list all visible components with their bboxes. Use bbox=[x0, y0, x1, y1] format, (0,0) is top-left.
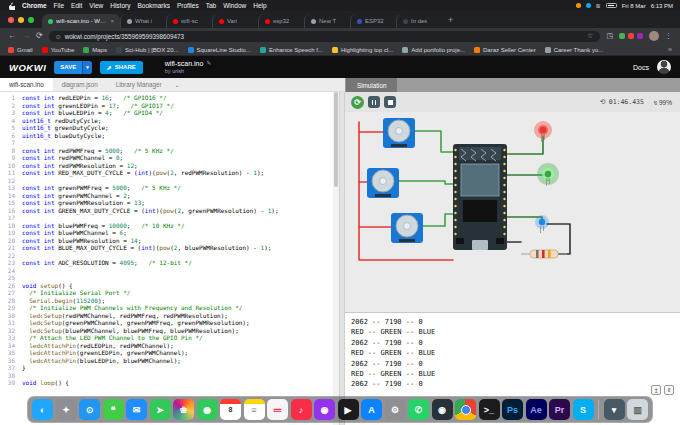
dock-item-terminal[interactable]: >_ bbox=[479, 399, 500, 420]
back-icon[interactable]: ← bbox=[8, 32, 16, 40]
bookmark-item[interactable]: Career Thank yo... bbox=[545, 47, 604, 53]
browser-tab[interactable]: ESP32 bbox=[350, 14, 396, 28]
browser-tab[interactable]: In des bbox=[396, 14, 442, 28]
dock-item-appstore[interactable]: A bbox=[361, 399, 382, 420]
tab-simulation[interactable]: Simulation bbox=[346, 78, 397, 92]
menu-item-profiles[interactable]: Profiles bbox=[177, 2, 199, 9]
user-avatar[interactable] bbox=[657, 60, 671, 74]
reload-icon[interactable]: ⟳ bbox=[36, 32, 43, 40]
dock-item-mail[interactable]: ✉ bbox=[126, 399, 147, 420]
window-close-button[interactable] bbox=[8, 17, 14, 23]
menu-item-view[interactable]: View bbox=[89, 2, 103, 9]
dock-item-skype[interactable]: S bbox=[573, 399, 594, 420]
potentiometer-2[interactable] bbox=[367, 168, 399, 198]
menubar-app-icon-2[interactable] bbox=[586, 3, 591, 8]
led-green[interactable] bbox=[537, 163, 559, 186]
tab-close-icon[interactable]: × bbox=[110, 18, 114, 24]
dock-item-downloads[interactable]: ▾ bbox=[604, 399, 625, 420]
potentiometer-3[interactable] bbox=[391, 213, 423, 243]
site-info-icon[interactable]: ⊙ bbox=[56, 33, 61, 40]
browser-tab[interactable]: wifi-scan.ino - Wok..× bbox=[42, 14, 120, 28]
apple-logo-icon[interactable] bbox=[7, 2, 15, 10]
dock-item-whatsapp[interactable]: ✆ bbox=[408, 399, 429, 420]
bookmark-item[interactable]: Sci-Hub | [BDX 20... bbox=[116, 47, 179, 53]
new-tab-button[interactable]: + bbox=[442, 15, 459, 25]
file-tab-library-manager[interactable]: Library Manager bbox=[107, 78, 171, 91]
code-editor[interactable]: 1const int redLEDPin = 16; /* GPIO16 */2… bbox=[0, 92, 333, 425]
dock-item-aftereffects[interactable]: Ae bbox=[526, 399, 547, 420]
dock-item-notes[interactable]: ≡ bbox=[244, 399, 265, 420]
menu-item-window[interactable]: Window bbox=[223, 2, 246, 9]
browser-tab[interactable]: What i bbox=[120, 14, 166, 28]
extension-icon[interactable] bbox=[637, 33, 643, 39]
dock-item-tv[interactable]: ▶ bbox=[338, 399, 359, 420]
dock-item-facetime[interactable]: ◉ bbox=[197, 399, 218, 420]
extensions-puzzle-icon[interactable]: ◳ bbox=[606, 32, 613, 40]
bookmark-item[interactable]: Highlighting top cl... bbox=[332, 47, 393, 53]
dock-item-chrome[interactable] bbox=[455, 399, 476, 420]
bookmark-item[interactable]: YouTube bbox=[42, 47, 75, 53]
file-tab-wifi-scan-ino[interactable]: wifi-scan.ino bbox=[0, 78, 53, 91]
bookmarks-overflow-icon[interactable]: » bbox=[668, 46, 672, 53]
led-red[interactable] bbox=[534, 121, 552, 142]
author-link[interactable]: urish bbox=[172, 68, 184, 74]
bookmark-item[interactable]: SquareLine Studio... bbox=[188, 47, 251, 53]
dock-item-safari[interactable]: ⊙ bbox=[79, 399, 100, 420]
profile-avatar[interactable] bbox=[649, 31, 659, 41]
browser-tab[interactable]: New T bbox=[304, 14, 350, 28]
serial-export-button[interactable]: ↥ bbox=[651, 385, 661, 395]
editor-scrollbar-thumb[interactable] bbox=[334, 92, 338, 187]
bookmark-item[interactable]: Maps bbox=[83, 47, 107, 53]
menu-item-help[interactable]: Help bbox=[253, 2, 266, 9]
stop-simulation-button[interactable] bbox=[384, 96, 396, 108]
dock-item-maps[interactable]: ➤ bbox=[150, 399, 171, 420]
dock-item-settings[interactable]: ⚙ bbox=[385, 399, 406, 420]
menu-item-bookmarks[interactable]: Bookmarks bbox=[137, 2, 170, 9]
window-zoom-button[interactable] bbox=[28, 17, 34, 23]
forward-icon[interactable]: → bbox=[22, 32, 30, 40]
menubar-date[interactable]: Fri 8 Mar bbox=[622, 3, 646, 9]
address-bar[interactable]: ⊙ wokwi.com/projects/355969599398609473 … bbox=[49, 31, 601, 42]
save-button[interactable]: SAVE ▾ bbox=[54, 61, 91, 74]
menu-item-history[interactable]: History bbox=[110, 2, 130, 9]
pause-simulation-button[interactable] bbox=[368, 96, 380, 108]
library-manager-dropdown-icon[interactable]: ⌄ bbox=[171, 78, 184, 91]
dock-item-podcasts[interactable]: ◉ bbox=[314, 399, 335, 420]
browser-tab[interactable]: esp32 bbox=[258, 14, 304, 28]
menu-item-tab[interactable]: Tab bbox=[206, 2, 216, 9]
resistor[interactable] bbox=[521, 250, 567, 258]
edit-title-icon[interactable]: ✎ bbox=[206, 60, 211, 67]
save-dropdown-icon[interactable]: ▾ bbox=[82, 61, 92, 74]
dock-item-premiere[interactable]: Pr bbox=[549, 399, 570, 420]
dock-item-finder[interactable]: ◐ bbox=[32, 399, 53, 420]
bookmark-item[interactable]: Add portfolio proje... bbox=[402, 47, 465, 53]
menu-item-file[interactable]: File bbox=[54, 2, 64, 9]
chrome-menu-icon[interactable]: ⋮ bbox=[665, 32, 672, 40]
dock-item-reminders[interactable]: ≔ bbox=[267, 399, 288, 420]
potentiometer-1[interactable] bbox=[383, 118, 415, 148]
restart-simulation-button[interactable]: ⟳ bbox=[351, 96, 364, 109]
browser-tab[interactable]: Vari bbox=[212, 14, 258, 28]
bookmark-item[interactable]: Daraz Seller Center bbox=[474, 47, 536, 53]
dock-item-launchpad[interactable]: ✦ bbox=[56, 399, 77, 420]
docs-link[interactable]: Docs bbox=[633, 64, 649, 71]
led-blue[interactable] bbox=[535, 215, 549, 233]
menu-item-chrome[interactable]: Chrome bbox=[22, 2, 47, 9]
bookmark-item[interactable]: Enhance Speech f... bbox=[260, 47, 323, 53]
window-minimize-button[interactable] bbox=[18, 17, 24, 23]
menubar-time[interactable]: 6:13 PM bbox=[651, 3, 673, 9]
dock-item-photoshop[interactable]: Ps bbox=[502, 399, 523, 420]
dock-item-photos[interactable]: ❀ bbox=[173, 399, 194, 420]
file-tab-diagram-json[interactable]: diagram.json bbox=[53, 78, 107, 91]
dock-item-calendar[interactable]: 8 bbox=[220, 399, 241, 420]
share-button[interactable]: ⇗ SHARE bbox=[100, 61, 143, 74]
extension-icon[interactable] bbox=[628, 33, 634, 39]
wifi-icon[interactable]: ≋ bbox=[596, 2, 601, 9]
menubar-app-icon-1[interactable] bbox=[576, 3, 581, 8]
serial-pause-button[interactable]: ‖ bbox=[664, 385, 674, 395]
dock-item-messages[interactable]: ❝ bbox=[103, 399, 124, 420]
menu-item-edit[interactable]: Edit bbox=[71, 2, 82, 9]
dock-item-obs[interactable]: ◉ bbox=[432, 399, 453, 420]
bookmark-item[interactable]: Gmail bbox=[8, 47, 33, 53]
circuit-canvas[interactable] bbox=[345, 112, 680, 312]
